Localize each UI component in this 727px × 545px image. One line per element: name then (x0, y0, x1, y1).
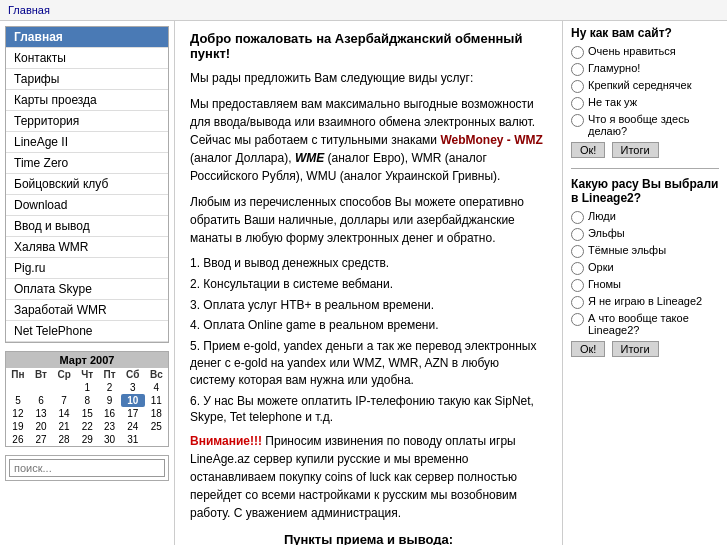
sidebar-nav-item[interactable]: Pig.ru (6, 258, 168, 279)
poll1-option[interactable]: Очень нравиться (571, 45, 719, 59)
sidebar-nav: ГлавнаяКонтактыТарифыКарты проездаТеррит… (5, 26, 169, 343)
calendar-day[interactable]: 10 (121, 394, 145, 407)
sidebar-nav-item[interactable]: Time Zero (6, 153, 168, 174)
sidebar-nav-item[interactable]: Главная (6, 27, 168, 48)
calendar-day[interactable]: 19 (6, 420, 30, 433)
poll2-results-button[interactable]: Итоги (612, 341, 659, 357)
calendar-day[interactable]: 25 (145, 420, 168, 433)
poll2-option[interactable]: Орки (571, 261, 719, 275)
calendar-day[interactable]: 8 (76, 394, 98, 407)
calendar-day[interactable]: 4 (145, 381, 168, 394)
calendar-day[interactable]: 12 (6, 407, 30, 420)
poll2-option[interactable]: Эльфы (571, 227, 719, 241)
calendar-day[interactable]: 24 (121, 420, 145, 433)
search-input[interactable] (9, 459, 165, 477)
poll2-option[interactable]: Тёмные эльфы (571, 244, 719, 258)
poll2-radio[interactable] (571, 262, 584, 275)
calendar-day[interactable]: 6 (30, 394, 52, 407)
sidebar-nav-item[interactable]: LineAge II (6, 132, 168, 153)
calendar-day[interactable]: 7 (52, 394, 76, 407)
warning-block: Внимание!!! Приносим извинения по поводу… (190, 432, 547, 522)
sidebar-nav-item[interactable]: Территория (6, 111, 168, 132)
calendar-day[interactable]: 11 (145, 394, 168, 407)
poll1-title: Ну как вам сайт? (571, 26, 719, 40)
sidebar-nav-item[interactable]: Бойцовский клуб (6, 174, 168, 195)
poll2-radio[interactable] (571, 313, 584, 326)
sidebar-nav-item[interactable]: Халява WMR (6, 237, 168, 258)
intro-text: Мы рады предложить Вам следующие виды ус… (190, 69, 547, 87)
poll2-ok-button[interactable]: Ок! (571, 341, 605, 357)
poll1-option[interactable]: Гламурно! (571, 62, 719, 76)
calendar-day-header: Вт (30, 368, 52, 381)
poll2-radio[interactable] (571, 211, 584, 224)
poll2-option[interactable]: Я не играю в Lineage2 (571, 295, 719, 309)
sidebar-nav-item[interactable]: Оплата Skype (6, 279, 168, 300)
poll2-radio[interactable] (571, 296, 584, 309)
wme-label: WME (295, 151, 324, 165)
breadcrumb-link[interactable]: Главная (8, 4, 50, 16)
calendar-day[interactable]: 5 (6, 394, 30, 407)
service-list-item: 3. Оплата услуг НТВ+ в реальном времени. (190, 297, 547, 314)
sidebar-nav-item[interactable]: Ввод и вывод (6, 216, 168, 237)
calendar-day[interactable]: 20 (30, 420, 52, 433)
poll2-option[interactable]: Гномы (571, 278, 719, 292)
service-list-item: 5. Прием e-gold, yandex деньги а так же … (190, 338, 547, 388)
poll2-option-label: А что вообще такое Lineage2? (588, 312, 719, 336)
sidebar-nav-item[interactable]: Тарифы (6, 69, 168, 90)
calendar-day-header: Вс (145, 368, 168, 381)
poll1-option-label: Крепкий середнячек (588, 79, 691, 91)
sidebar-nav-item[interactable]: Net TelePhone (6, 321, 168, 342)
poll1-radio[interactable] (571, 114, 584, 127)
calendar-day[interactable]: 14 (52, 407, 76, 420)
calendar-day[interactable]: 30 (98, 433, 120, 446)
poll1-option[interactable]: Крепкий середнячек (571, 79, 719, 93)
poll2-radio[interactable] (571, 245, 584, 258)
poll1-option[interactable]: Что я вообще здесь делаю? (571, 113, 719, 137)
poll2-option-label: Люди (588, 210, 616, 222)
calendar-day[interactable]: 3 (121, 381, 145, 394)
poll2-option[interactable]: А что вообще такое Lineage2? (571, 312, 719, 336)
warning-title: Внимание!!! (190, 434, 262, 448)
calendar-day[interactable]: 21 (52, 420, 76, 433)
calendar-table: ПнВтСрЧтПтСбВс 1234567891011121314151617… (6, 368, 168, 446)
calendar-day[interactable]: 28 (52, 433, 76, 446)
calendar-day[interactable]: 26 (6, 433, 30, 446)
calendar-day[interactable]: 2 (98, 381, 120, 394)
poll1-radio[interactable] (571, 97, 584, 110)
calendar-day[interactable]: 9 (98, 394, 120, 407)
bottom-title: Пункты приема и вывода: (190, 532, 547, 545)
calendar-day[interactable]: 31 (121, 433, 145, 446)
services-list: 1. Ввод и вывод денежных средств.2. Конс… (190, 255, 547, 426)
calendar-day (145, 433, 168, 446)
calendar-day[interactable]: 23 (98, 420, 120, 433)
calendar-day-header: Сб (121, 368, 145, 381)
calendar-day[interactable]: 17 (121, 407, 145, 420)
sidebar-nav-item[interactable]: Контакты (6, 48, 168, 69)
search-box (5, 455, 169, 481)
calendar-day[interactable]: 29 (76, 433, 98, 446)
calendar-day[interactable]: 27 (30, 433, 52, 446)
calendar-header: Март 2007 (6, 352, 168, 368)
poll2-buttons: Ок! Итоги (571, 341, 719, 357)
poll1-radio[interactable] (571, 46, 584, 59)
sidebar-nav-item[interactable]: Download (6, 195, 168, 216)
poll2-radio[interactable] (571, 228, 584, 241)
sidebar-nav-item[interactable]: Заработай WMR (6, 300, 168, 321)
calendar-day[interactable]: 1 (76, 381, 98, 394)
divider (571, 168, 719, 169)
right-panel: Ну как вам сайт? Очень нравитьсяГламурно… (562, 21, 727, 545)
poll1-radio[interactable] (571, 63, 584, 76)
sidebar-nav-item[interactable]: Карты проезда (6, 90, 168, 111)
calendar-day[interactable]: 16 (98, 407, 120, 420)
poll1-option[interactable]: Не так уж (571, 96, 719, 110)
poll1-results-button[interactable]: Итоги (612, 142, 659, 158)
poll1-radio[interactable] (571, 80, 584, 93)
calendar-day[interactable]: 22 (76, 420, 98, 433)
calendar-day (30, 381, 52, 394)
calendar-day[interactable]: 15 (76, 407, 98, 420)
calendar-day[interactable]: 18 (145, 407, 168, 420)
poll2-radio[interactable] (571, 279, 584, 292)
calendar-day[interactable]: 13 (30, 407, 52, 420)
poll2-option[interactable]: Люди (571, 210, 719, 224)
poll1-ok-button[interactable]: Ок! (571, 142, 605, 158)
